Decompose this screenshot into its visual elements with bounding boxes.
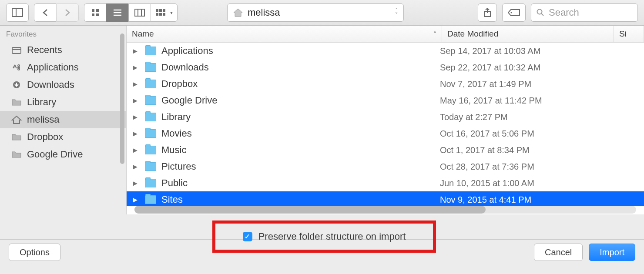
folder-icon: [145, 63, 156, 72]
sidebar-item-label: Library: [27, 97, 56, 108]
import-button[interactable]: Import: [589, 244, 635, 261]
table-row[interactable]: ▶DropboxNov 7, 2017 at 1:49 PM: [127, 76, 644, 92]
svg-rect-24: [12, 47, 21, 53]
column-header: Name˄ Date Modified Si: [127, 26, 644, 43]
sidebar-item-label: Google Drive: [27, 149, 83, 160]
disclosure-triangle-icon[interactable]: ▶: [133, 47, 145, 54]
file-date: Jun 10, 2015 at 1:00 AM: [440, 178, 601, 188]
table-row[interactable]: ▶LibraryToday at 2:27 PM: [127, 109, 644, 125]
column-size[interactable]: Si: [614, 26, 644, 42]
disclosure-triangle-icon[interactable]: ▶: [133, 180, 145, 187]
tag-button[interactable]: [502, 3, 526, 22]
home-icon: [11, 115, 22, 124]
disclosure-triangle-icon[interactable]: ▶: [133, 80, 145, 87]
svg-rect-9: [135, 9, 144, 16]
disclosure-triangle-icon[interactable]: ▶: [133, 97, 145, 104]
updown-icon: ˄˅: [395, 8, 398, 17]
table-row[interactable]: ▶DownloadsSep 22, 2017 at 10:32 AM: [127, 59, 644, 76]
file-list-panel: Name˄ Date Modified Si ▶ApplicationsSep …: [127, 26, 644, 214]
sidebar: Favorites RecentsApplicationsDownloadsLi…: [0, 26, 127, 214]
downloads-icon: [11, 80, 22, 89]
disclosure-triangle-icon[interactable]: ▶: [133, 114, 145, 120]
path-dropdown[interactable]: melissa ˄˅: [227, 3, 404, 22]
options-button[interactable]: Options: [9, 244, 60, 261]
sidebar-item-label: Recents: [27, 44, 62, 56]
horizontal-scrollbar[interactable]: [134, 206, 636, 214]
sidebar-scrollbar[interactable]: [120, 33, 124, 164]
file-name: Applications: [161, 45, 440, 57]
sidebar-item-downloads[interactable]: Downloads: [0, 76, 126, 94]
disclosure-triangle-icon[interactable]: ▶: [133, 130, 145, 137]
file-date: Sep 22, 2017 at 10:32 AM: [440, 63, 601, 73]
file-date: Oct 28, 2017 at 7:36 PM: [440, 162, 601, 172]
search-icon: [537, 9, 544, 17]
sidebar-item-library[interactable]: Library: [0, 94, 126, 111]
preserve-structure-option[interactable]: ✓ Preserve folder structure on import: [212, 221, 436, 253]
sidebar-item-melissa[interactable]: melissa: [0, 111, 126, 128]
svg-point-26: [18, 65, 20, 67]
table-row[interactable]: ▶Google DriveMay 16, 2017 at 11:42 PM: [127, 92, 644, 109]
table-row[interactable]: ▶ApplicationsSep 14, 2017 at 10:03 AM: [127, 43, 644, 59]
table-row[interactable]: ▶MoviesOct 16, 2017 at 5:06 PM: [127, 125, 644, 142]
table-row[interactable]: ▶MusicOct 1, 2017 at 8:34 PM: [127, 142, 644, 158]
table-row[interactable]: ▶SitesNov 9, 2015 at 4:41 PM: [127, 191, 644, 206]
svg-point-21: [511, 12, 512, 13]
list-icon: [113, 9, 122, 17]
view-list-button[interactable]: [106, 3, 128, 22]
forward-button[interactable]: [56, 3, 79, 22]
svg-rect-3: [96, 9, 99, 12]
preserve-structure-label: Preserve folder structure on import: [258, 231, 406, 242]
sidebar-item-label: melissa: [27, 114, 60, 125]
sidebar-icon: [12, 8, 23, 17]
svg-rect-2: [92, 9, 94, 12]
column-name[interactable]: Name˄: [127, 26, 442, 42]
table-row[interactable]: ▶PicturesOct 28, 2017 at 7:36 PM: [127, 158, 644, 175]
disclosure-triangle-icon[interactable]: ▶: [133, 147, 145, 154]
disclosure-triangle-icon[interactable]: ▶: [133, 196, 145, 203]
search-field[interactable]: Search: [531, 3, 638, 22]
file-date: Oct 16, 2017 at 5:06 PM: [440, 129, 601, 139]
sidebar-item-applications[interactable]: Applications: [0, 59, 126, 76]
column-date-modified[interactable]: Date Modified: [442, 26, 614, 42]
svg-rect-12: [156, 9, 158, 12]
folder-icon: [145, 113, 156, 121]
file-name: Pictures: [161, 161, 440, 172]
file-date: Nov 7, 2017 at 1:49 PM: [440, 79, 601, 89]
cancel-button[interactable]: Cancel: [534, 244, 583, 261]
file-name: Google Drive: [161, 95, 440, 106]
file-date: Oct 1, 2017 at 8:34 PM: [440, 145, 601, 155]
share-button[interactable]: [478, 3, 497, 22]
back-button[interactable]: [34, 3, 56, 22]
svg-rect-15: [156, 13, 158, 16]
sidebar-toggle-button[interactable]: [6, 3, 29, 22]
file-list[interactable]: ▶ApplicationsSep 14, 2017 at 10:03 AM▶Do…: [127, 43, 644, 206]
folder-icon: [11, 150, 22, 159]
file-date: Nov 9, 2015 at 4:41 PM: [440, 195, 601, 205]
sidebar-item-recents[interactable]: Recents: [0, 41, 126, 59]
svg-rect-4: [92, 13, 94, 16]
view-icons-button[interactable]: [84, 3, 106, 22]
folder-icon: [145, 179, 156, 187]
file-name: Music: [161, 144, 440, 156]
file-name: Library: [161, 111, 440, 123]
svg-rect-1: [12, 9, 16, 17]
svg-rect-0: [12, 9, 23, 17]
view-columns-button[interactable]: [128, 3, 151, 22]
chevron-left-icon: [42, 9, 48, 17]
sidebar-item-dropbox[interactable]: Dropbox: [0, 128, 126, 146]
table-row[interactable]: ▶PublicJun 10, 2015 at 1:00 AM: [127, 175, 644, 191]
tag-icon: [508, 9, 520, 17]
disclosure-triangle-icon[interactable]: ▶: [133, 64, 145, 71]
checkbox-checked-icon[interactable]: ✓: [243, 232, 252, 241]
disclosure-triangle-icon[interactable]: ▶: [133, 163, 145, 170]
scrollbar-thumb[interactable]: [134, 206, 486, 214]
sidebar-item-google-drive[interactable]: Google Drive: [0, 146, 126, 163]
view-gallery-button[interactable]: ▾: [151, 3, 178, 22]
file-name: Downloads: [161, 62, 440, 73]
svg-line-23: [541, 13, 543, 16]
columns-icon: [134, 9, 145, 17]
folder-icon: [145, 47, 156, 55]
svg-rect-17: [163, 13, 165, 16]
file-date: Today at 2:27 PM: [440, 112, 601, 122]
folder-icon: [145, 195, 156, 204]
